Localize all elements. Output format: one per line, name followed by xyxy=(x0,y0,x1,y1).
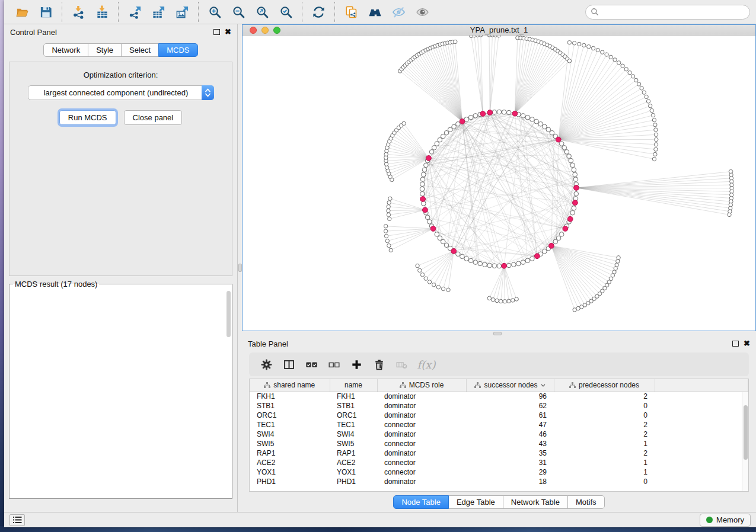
table-row[interactable]: FKH1FKH1dominator962 xyxy=(250,392,748,401)
table-cell[interactable]: RAP1 xyxy=(330,448,377,458)
column-header-successor-nodes[interactable]: successor nodes xyxy=(466,379,554,392)
table-cell[interactable]: FKH1 xyxy=(330,392,377,401)
search-input[interactable] xyxy=(585,5,750,20)
table-cell[interactable]: SWI5 xyxy=(330,439,377,448)
table-cell[interactable]: 29 xyxy=(466,467,554,477)
column-header-shared-name[interactable]: shared name xyxy=(250,379,330,392)
table-cell[interactable]: dominator xyxy=(377,401,466,411)
table-cell[interactable]: ORC1 xyxy=(250,411,330,420)
task-history-button[interactable] xyxy=(9,514,25,526)
table-cell[interactable]: STB1 xyxy=(330,401,377,411)
table-cell[interactable]: 2 xyxy=(554,448,655,458)
horizontal-splitter[interactable] xyxy=(242,331,756,336)
table-cell[interactable]: TEC1 xyxy=(330,420,377,430)
table-row[interactable]: ORC1ORC1dominator610 xyxy=(250,411,748,420)
table-cell[interactable]: PHD1 xyxy=(330,477,377,486)
table-row[interactable]: STB1STB1dominator620 xyxy=(250,401,748,411)
table-cell[interactable]: dominator xyxy=(377,477,466,486)
refresh-button[interactable] xyxy=(307,2,330,21)
copy-style-button[interactable] xyxy=(339,2,363,21)
table-row[interactable]: TEC1TEC1connector472 xyxy=(250,420,748,430)
zoom-selected-button[interactable] xyxy=(274,2,298,21)
tab-select[interactable]: Select xyxy=(121,43,159,57)
deselect-all-checks-button[interactable] xyxy=(323,355,345,373)
column-header-name[interactable]: name xyxy=(330,379,377,392)
table-cell[interactable]: SWI5 xyxy=(250,439,330,448)
table-cell[interactable]: 0 xyxy=(554,477,655,486)
close-panel-icon[interactable]: ✖ xyxy=(744,341,750,347)
table-row[interactable]: PHD1PHD1dominator180 xyxy=(250,477,748,486)
tab-style[interactable]: Style xyxy=(88,43,122,57)
table-cell[interactable]: 96 xyxy=(466,392,554,401)
memory-button[interactable]: Memory xyxy=(700,514,751,527)
tab-node-table[interactable]: Node Table xyxy=(393,495,449,509)
table-cell[interactable]: 0 xyxy=(554,401,655,411)
import-table-button[interactable] xyxy=(90,2,114,21)
open-file-button[interactable] xyxy=(10,2,34,21)
splitter-handle[interactable] xyxy=(238,264,242,272)
table-cell[interactable]: connector xyxy=(377,467,466,477)
table-cell[interactable]: dominator xyxy=(377,430,466,439)
tab-mcds[interactable]: MCDS xyxy=(158,43,197,57)
table-cell[interactable]: 46 xyxy=(466,430,554,439)
network-canvas[interactable] xyxy=(243,36,755,331)
table-cell[interactable]: dominator xyxy=(377,392,466,401)
table-cell[interactable]: 1 xyxy=(554,458,655,467)
table-cell[interactable]: SWI4 xyxy=(250,430,330,439)
table-row[interactable]: SWI4SWI4dominator462 xyxy=(250,430,748,439)
first-neighbors-button[interactable] xyxy=(363,2,387,21)
table-cell[interactable]: 18 xyxy=(466,477,554,486)
tab-edge-table[interactable]: Edge Table xyxy=(448,495,503,509)
table-cell[interactable]: ORC1 xyxy=(330,411,377,420)
table-cell[interactable]: 62 xyxy=(466,401,554,411)
table-cell[interactable]: connector xyxy=(377,439,466,448)
tab-motifs[interactable]: Motifs xyxy=(567,495,605,509)
export-network-button[interactable] xyxy=(123,2,146,21)
table-cell[interactable]: dominator xyxy=(377,411,466,420)
column-header-MCDS-role[interactable]: MCDS role xyxy=(377,379,466,392)
table-cell[interactable]: 1 xyxy=(554,467,655,477)
zoom-fit-button[interactable] xyxy=(250,2,274,21)
zoom-in-button[interactable] xyxy=(203,2,227,21)
table-cell[interactable]: connector xyxy=(377,420,466,430)
criterion-dropdown[interactable]: largest connected component (undirected) xyxy=(28,85,214,100)
close-panel-icon[interactable]: ✖ xyxy=(225,29,231,35)
table-cell[interactable]: 1 xyxy=(554,439,655,448)
table-row[interactable]: RAP1RAP1dominator352 xyxy=(250,448,748,458)
tab-network-table[interactable]: Network Table xyxy=(503,495,568,509)
table-cell[interactable]: dominator xyxy=(377,448,466,458)
table-row[interactable]: SWI5SWI5connector431 xyxy=(250,439,748,448)
table-cell[interactable]: 0 xyxy=(554,411,655,420)
float-panel-icon[interactable] xyxy=(732,341,739,347)
save-session-button[interactable] xyxy=(34,2,58,21)
table-cell[interactable]: 2 xyxy=(554,392,655,401)
table-cell[interactable]: PHD1 xyxy=(250,477,330,486)
table-row[interactable]: YOX1YOX1connector291 xyxy=(250,467,748,477)
table-cell[interactable]: ACE2 xyxy=(330,458,377,467)
table-cell[interactable]: ACE2 xyxy=(250,458,330,467)
tab-network[interactable]: Network xyxy=(43,43,88,57)
table-row[interactable]: ACE2ACE2connector311 xyxy=(250,458,748,467)
network-graph[interactable] xyxy=(243,36,755,331)
table-scrollbar[interactable] xyxy=(742,392,748,491)
table-cell[interactable]: 2 xyxy=(554,430,655,439)
table-cell[interactable]: 43 xyxy=(466,439,554,448)
mcds-result-list[interactable]: PHD1CAR1STP4TID3YOX1SWI4SRD1PMA2FKH1ACE2… xyxy=(10,290,225,291)
table-cell[interactable]: STB1 xyxy=(250,401,330,411)
splitter-handle[interactable] xyxy=(493,332,502,335)
network-titlebar[interactable]: YPA_prune.txt_1 xyxy=(243,25,755,36)
table-cell[interactable]: RAP1 xyxy=(250,448,330,458)
table-cell[interactable]: FKH1 xyxy=(250,392,330,401)
hide-selected-button[interactable] xyxy=(387,2,410,21)
run-mcds-button[interactable]: Run MCDS xyxy=(59,110,116,125)
table-cell[interactable]: 47 xyxy=(466,420,554,430)
column-header-predecessor-nodes[interactable]: predecessor nodes xyxy=(554,379,655,392)
table-cell[interactable]: connector xyxy=(377,458,466,467)
table-cell[interactable]: YOX1 xyxy=(330,467,377,477)
float-panel-icon[interactable] xyxy=(213,29,220,35)
export-table-button[interactable] xyxy=(146,2,170,21)
settings-gear-button[interactable] xyxy=(255,355,277,373)
select-all-checks-button[interactable] xyxy=(300,355,323,373)
table-cell[interactable]: YOX1 xyxy=(250,467,330,477)
delete-row-button[interactable] xyxy=(368,355,390,373)
